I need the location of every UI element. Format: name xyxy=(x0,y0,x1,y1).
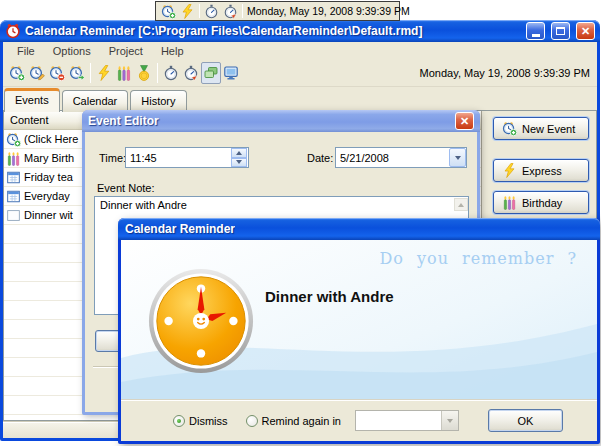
toolbar-timer-button[interactable] xyxy=(161,62,181,84)
tab-calendar[interactable]: Calendar xyxy=(62,90,129,112)
alarm-delete-icon xyxy=(49,65,65,81)
medal-icon xyxy=(136,65,152,81)
toolbar-frames-button[interactable] xyxy=(201,62,221,84)
floating-toolbar-datetime: Monday, May 19, 2008 9:39:39 PM xyxy=(247,5,410,17)
calendar-icon xyxy=(6,189,21,204)
chevron-up-icon xyxy=(236,151,242,155)
reminder-message: Dinner with Andre xyxy=(265,288,394,305)
floating-toolbar[interactable]: Monday, May 19, 2008 9:39:39 PM xyxy=(155,1,400,21)
close-button[interactable]: ✕ xyxy=(576,22,595,40)
birthday-candles-icon xyxy=(6,151,21,166)
event-editor-close-button[interactable]: ✕ xyxy=(455,112,474,130)
list-item-label: Mary Birth xyxy=(24,152,74,164)
float-timer-button[interactable] xyxy=(202,3,221,20)
express-button-label: Express xyxy=(522,165,562,177)
time-label: Time: xyxy=(99,152,126,164)
date-input[interactable] xyxy=(335,147,467,168)
scrollbar-up-button[interactable] xyxy=(454,198,468,211)
alarm-add-icon xyxy=(9,65,25,81)
stopwatch-icon xyxy=(163,65,179,81)
list-item-label: Friday tea xyxy=(24,171,73,183)
stopwatch-red-icon xyxy=(183,65,199,81)
desktop: Calendar Reminder [C:\Program Files\Cale… xyxy=(0,0,601,446)
monitor-icon xyxy=(223,65,239,81)
chevron-down-icon xyxy=(236,160,242,164)
reminder-popup-body: Do you remember ? xyxy=(121,240,597,441)
time-stepper-up[interactable] xyxy=(231,148,247,158)
dismiss-radio[interactable] xyxy=(173,415,185,427)
reminder-popup-footer: Dismiss Remind again in OK xyxy=(121,399,597,441)
menu-options[interactable]: Options xyxy=(44,44,100,58)
time-stepper-down[interactable] xyxy=(231,158,247,168)
menu-file[interactable]: File xyxy=(8,44,44,58)
toolbar-timer-express-button[interactable] xyxy=(181,62,201,84)
toolbar-express-button[interactable] xyxy=(94,62,114,84)
lightning-icon xyxy=(180,4,195,19)
toolbar-datetime: Monday, May 19, 2008 9:39:39 PM xyxy=(420,67,593,79)
lightning-icon xyxy=(502,163,517,178)
maximize-button[interactable] xyxy=(551,22,570,40)
menu-help[interactable]: Help xyxy=(152,44,193,58)
alarm-edit-icon xyxy=(29,65,45,81)
do-you-remember-watermark: Do you remember ? xyxy=(379,249,577,268)
column-header-content[interactable]: Content xyxy=(4,111,90,129)
lightning-icon xyxy=(96,65,112,81)
toolbar-run-event-button[interactable] xyxy=(67,62,87,84)
float-express-button[interactable] xyxy=(178,3,197,20)
toolbar-separator xyxy=(199,4,200,18)
list-item-label: (Click Here xyxy=(24,133,78,145)
reminder-popup-title: Calendar Reminder xyxy=(125,222,235,236)
alarm-add-icon xyxy=(502,121,517,136)
remind-again-radio-label: Remind again in xyxy=(262,415,342,427)
reminder-popup-titlebar[interactable]: Calendar Reminder xyxy=(118,218,600,240)
main-toolbar: Monday, May 19, 2008 9:39:39 PM xyxy=(3,59,597,87)
float-timer-express-button[interactable] xyxy=(221,3,240,20)
list-item-label: Everyday xyxy=(24,190,70,202)
new-event-button[interactable]: New Event xyxy=(493,117,589,140)
date-dropdown-button[interactable] xyxy=(449,148,466,167)
ok-button[interactable]: OK xyxy=(488,409,563,432)
remind-again-radio[interactable] xyxy=(246,415,258,427)
toolbar-medal-button[interactable] xyxy=(134,62,154,84)
main-titlebar[interactable]: Calendar Reminder [C:\Program Files\Cale… xyxy=(0,20,600,42)
chevron-down-icon xyxy=(447,419,453,423)
alarm-add-icon xyxy=(161,4,176,19)
event-editor-title: Event Editor xyxy=(88,114,453,128)
birthday-candles-icon xyxy=(502,195,517,210)
express-button[interactable]: Express xyxy=(493,159,589,182)
menu-project[interactable]: Project xyxy=(100,44,152,58)
frames-icon xyxy=(203,65,219,81)
float-new-event-button[interactable] xyxy=(159,3,178,20)
toolbar-birthday-button[interactable] xyxy=(114,62,134,84)
toolbar-separator xyxy=(157,63,158,83)
window-title: Calendar Reminder [C:\Program Files\Cale… xyxy=(25,24,520,38)
tab-events[interactable]: Events xyxy=(4,88,60,112)
chevron-up-icon xyxy=(458,203,464,207)
remind-interval-dropdown-button[interactable] xyxy=(441,411,458,430)
time-stepper[interactable] xyxy=(231,148,247,167)
reminder-popup: Calendar Reminder Do you remember ? xyxy=(118,218,600,444)
birthday-button-label: Birthday xyxy=(522,197,562,209)
toolbar-monitor-button[interactable] xyxy=(221,62,241,84)
toolbar-separator xyxy=(242,4,243,18)
minimize-button[interactable] xyxy=(526,22,545,40)
chevron-down-icon xyxy=(455,156,461,160)
stopwatch-icon xyxy=(204,4,219,19)
toolbar-delete-event-button[interactable] xyxy=(47,62,67,84)
tab-history[interactable]: History xyxy=(130,90,186,112)
remind-interval-select[interactable] xyxy=(355,410,459,431)
app-alarm-icon xyxy=(5,23,21,39)
toolbar-edit-event-button[interactable] xyxy=(27,62,47,84)
maximize-icon xyxy=(556,27,565,35)
birthday-candles-icon xyxy=(116,65,132,81)
smiley-clock-icon xyxy=(147,267,255,375)
new-event-button-label: New Event xyxy=(522,123,575,135)
date-label: Date: xyxy=(307,152,333,164)
minimize-icon xyxy=(532,34,540,37)
calendar-icon xyxy=(6,170,21,185)
birthday-button[interactable]: Birthday xyxy=(493,191,589,214)
event-editor-titlebar[interactable]: Event Editor ✕ xyxy=(82,110,480,132)
toolbar-new-event-button[interactable] xyxy=(7,62,27,84)
tab-strip: Events Calendar History xyxy=(4,88,189,112)
toolbar-separator xyxy=(90,63,91,83)
